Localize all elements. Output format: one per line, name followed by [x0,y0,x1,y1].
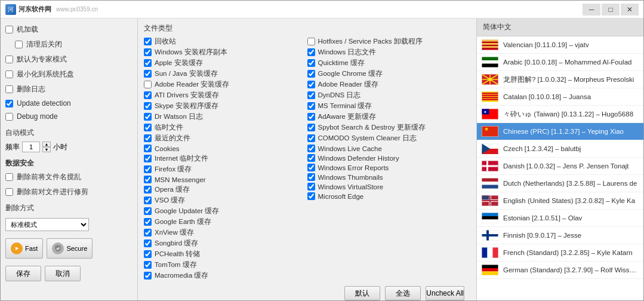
file-checkbox[interactable] [307,154,315,162]
file-checkbox[interactable] [307,48,315,56]
list-item[interactable]: 龙胖图解? [1.0.0.32] – Morpheus Presolski [477,71,643,88]
file-checkbox[interactable] [144,229,152,236]
list-item: Google Chrome 缓存 [307,69,471,78]
file-checkbox[interactable] [307,173,315,181]
secure-label: Secure [66,245,87,252]
file-checkbox[interactable] [144,102,152,110]
file-checkbox[interactable] [144,250,152,258]
file-checkbox[interactable] [307,102,315,110]
file-checkbox[interactable] [307,124,315,131]
file-checkbox[interactable] [307,91,315,99]
list-item: MSN Messenger [144,176,307,183]
svg-rect-79 [493,248,498,258]
list-item[interactable]: English (United States) [3.2.0.82] – Kyl… [477,192,643,210]
file-label: VSO 缓存 [155,196,185,205]
default-button[interactable]: 默认 [344,286,380,300]
file-checkbox[interactable] [307,183,315,191]
maximize-button[interactable]: □ [602,4,620,16]
file-checkbox[interactable] [144,196,152,204]
file-checkbox[interactable] [307,70,315,78]
secure-button[interactable]: Secure [47,238,93,259]
select-all-button[interactable]: 全选 [385,286,421,300]
file-checkbox[interactable] [144,239,152,247]
file-checkbox[interactable] [307,134,315,142]
list-item[interactable]: Catalan [0.10.0.18] – Juansa [477,88,643,106]
list-item: Windows Thumbnails [307,173,471,181]
list-item[interactable]: Danish [1.0.0.32] – Jens P. Jensen Tonaj… [477,158,643,175]
file-checkbox[interactable] [144,59,152,67]
file-checkbox[interactable] [144,207,152,215]
file-checkbox[interactable] [307,59,315,67]
file-label: Cookies [155,145,180,152]
checkbox-默认为专家模式[interactable] [5,56,13,63]
list-item: Windows 日志文件 [307,48,471,57]
file-checkbox[interactable] [307,113,315,121]
file-checkbox[interactable] [144,38,152,45]
file-checkbox[interactable] [144,261,152,269]
file-checkbox[interactable] [144,176,152,183]
svg-rect-83 [482,268,498,272]
freq-up-button[interactable]: ▲ [42,142,51,147]
checkbox-最小化到系统托盘[interactable] [5,70,13,78]
file-checkbox[interactable] [144,272,152,280]
svg-rect-55 [482,182,498,185]
sidebar-item-修剪: 删除前对文件进行修剪 [5,186,133,198]
sidebar-item-默认为专家模式: 默认为专家模式 [5,53,133,66]
close-button[interactable]: ✕ [621,4,639,16]
file-label: Firefox 缓存 [155,165,192,174]
delete-mode-dropdown[interactable]: 标准模式 安全模式 高级模式 [5,218,89,231]
list-item[interactable]: ✦々砕いゅ (Taiwan) [0.13.1.22] – Hugo5688 [477,106,643,123]
freq-input[interactable] [22,142,40,152]
flag-icon [482,143,498,154]
list-item[interactable]: Finnish [0.9.0.17] – Jesse [477,227,643,244]
file-checkbox[interactable] [144,70,152,78]
list-item[interactable]: Estonian [2.1.0.51] – Olav [477,210,643,227]
checkbox-修剪[interactable] [5,188,13,196]
file-checkbox[interactable] [144,91,152,99]
file-label: DynDNS 日志 [318,91,361,100]
list-item[interactable]: French (Standard) [3.2.2.85] – Kyle Kata… [477,244,643,262]
file-checkbox[interactable] [307,192,315,200]
title-bar-brand: 河 河东软件网 [5,4,51,15]
file-checkbox[interactable] [144,81,152,88]
file-checkbox[interactable] [144,113,152,121]
file-checkbox[interactable] [144,155,152,162]
file-checkbox[interactable] [144,124,152,131]
fast-button[interactable]: Fast [5,238,43,259]
file-col-2: Hotfixes / Service Packs 卸载程序Windows 日志文… [307,37,471,280]
list-item[interactable]: Arabic [0.10.0.18] – Mohammed Al-Foulad [477,54,643,71]
freq-down-button[interactable]: ▼ [42,147,51,152]
list-item[interactable]: ★Chinese (PRC) [1.1.2.37] – Yeping Xiao [477,123,643,140]
file-checkbox[interactable] [144,145,152,152]
file-checkbox[interactable] [307,145,315,152]
uncheck-all-button[interactable]: Uncheck All [426,286,464,300]
file-label: Windows 日志文件 [318,48,377,57]
list-item[interactable]: German (Standard) [3.2.7.90] – Rolf Wiss… [477,262,643,279]
cancel-button[interactable]: 取消 [45,266,81,281]
file-checkbox[interactable] [307,38,315,45]
file-checkbox[interactable] [144,165,152,173]
svg-rect-82 [482,265,498,269]
list-item[interactable]: Czech [1.2.3.42] – balutbj [477,140,643,158]
checkbox-搅乱[interactable] [5,173,13,181]
checkbox-删除日志[interactable] [5,85,13,93]
flag-icon [482,57,498,67]
file-checkbox[interactable] [307,81,315,88]
minimize-button[interactable]: ─ [583,4,600,16]
list-item[interactable]: Valencian [0.11.0.19] – vjatv [477,36,643,54]
file-checkbox[interactable] [144,134,152,142]
checkbox-update-detection[interactable] [5,100,13,108]
file-checkbox[interactable] [144,218,152,226]
list-item: 回收站 [144,37,307,46]
checkbox-清理后关闭[interactable] [15,41,23,48]
list-item[interactable]: Dutch (Netherlands) [3.2.5.88] – Laurens… [477,175,643,192]
checkbox-机加载[interactable] [5,26,13,33]
file-checkbox[interactable] [144,186,152,194]
checkbox-debug-mode[interactable] [5,113,13,121]
save-button[interactable]: 保存 [5,266,41,281]
file-checkbox[interactable] [307,164,315,171]
language-name: Estonian [2.1.0.51] – Olav [503,214,582,222]
list-item: VSO 缓存 [144,196,307,205]
file-label: ATI Drivers 安装缓存 [155,91,219,100]
file-checkbox[interactable] [144,48,152,56]
